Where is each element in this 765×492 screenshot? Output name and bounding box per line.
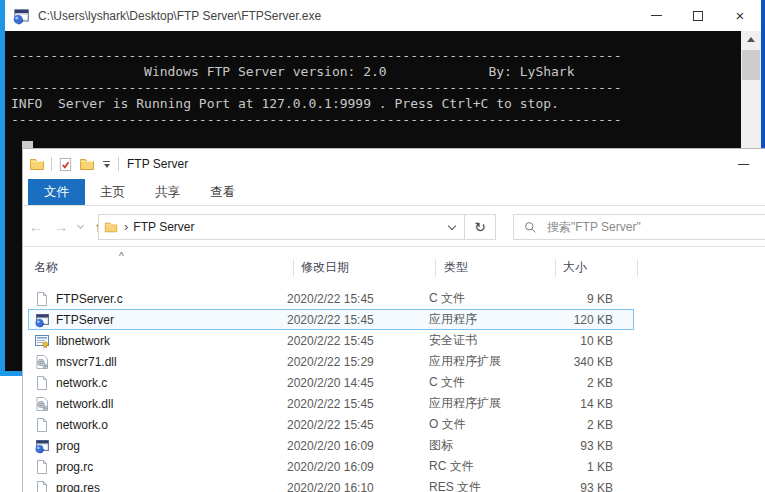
file-list: FTPServer.c 2020/2/22 15:45 C 文件 9 KB FT… <box>23 288 765 492</box>
table-row[interactable]: msvcr71.dll 2020/2/22 15:29 应用程序扩展 340 K… <box>28 351 765 372</box>
properties-check-icon[interactable] <box>58 157 73 172</box>
column-headers: ^ 名称 修改日期 类型 大小 <box>23 255 765 280</box>
screen: C:\Users\lyshark\Desktop\FTP Server\FTPS… <box>0 0 765 492</box>
console-minimize-button[interactable] <box>635 0 677 31</box>
scrollbar-thumb[interactable] <box>742 50 760 80</box>
divider <box>51 157 52 171</box>
file-size: 93 KB <box>549 481 623 492</box>
file-name[interactable]: prog <box>50 439 287 453</box>
file-name[interactable]: prog.rc <box>50 460 287 474</box>
table-row[interactable]: prog 2020/2/20 16:09 图标 93 KB <box>28 435 765 456</box>
tab-view[interactable]: 查看 <box>195 179 250 205</box>
console-banner-line: Windows FTP Server version: 2.0 By: LySh… <box>11 64 735 80</box>
back-button[interactable]: ← <box>23 206 49 247</box>
tab-share[interactable]: 共享 <box>140 179 195 205</box>
recent-locations-icon[interactable] <box>73 206 87 247</box>
search-placeholder: 搜索"FTP Server" <box>547 219 641 236</box>
table-row[interactable]: network.o 2020/2/22 15:45 O 文件 2 KB <box>28 414 765 435</box>
file-size: 2 KB <box>549 376 623 390</box>
file-type: O 文件 <box>429 416 549 433</box>
file-name[interactable]: FTPServer <box>50 313 287 327</box>
console-maximize-button[interactable] <box>677 0 719 31</box>
address-bar: › FTP Server ↻ <box>98 214 496 240</box>
column-header-date-modified[interactable]: 修改日期 <box>294 259 436 277</box>
console-close-button[interactable]: × <box>719 0 761 31</box>
cert-file-icon <box>34 333 50 349</box>
console-separator-line: ----------------------------------------… <box>11 112 735 128</box>
file-name[interactable]: network.dll <box>50 397 287 411</box>
file-date-modified: 2020/2/22 15:45 <box>287 334 429 348</box>
doc-file-icon <box>34 375 50 391</box>
column-header-type[interactable]: 类型 <box>436 259 556 277</box>
file-date-modified: 2020/2/22 15:45 <box>287 397 429 411</box>
dll-file-icon <box>34 396 50 412</box>
console-titlebar[interactable]: C:\Users\lyshark\Desktop\FTP Server\FTPS… <box>5 0 761 31</box>
search-icon <box>524 221 537 234</box>
sort-ascending-icon: ^ <box>119 251 124 262</box>
breadcrumb-chevron-icon: › <box>124 219 128 234</box>
table-row[interactable]: libnetwork 2020/2/22 15:45 安全证书 10 KB <box>28 330 765 351</box>
table-row[interactable]: network.c 2020/2/20 14:45 C 文件 2 KB <box>28 372 765 393</box>
scroll-up-icon[interactable] <box>741 31 761 48</box>
quick-access-toolbar <box>29 156 119 172</box>
file-name[interactable]: network.o <box>50 418 287 432</box>
column-header-size[interactable]: 大小 <box>556 259 638 277</box>
divider <box>118 157 119 171</box>
file-type: RC 文件 <box>429 458 549 475</box>
refresh-button[interactable]: ↻ <box>464 215 495 239</box>
table-row[interactable]: FTPServer 2020/2/22 15:45 应用程序 120 KB <box>28 309 765 330</box>
folder-icon <box>29 156 45 172</box>
file-date-modified: 2020/2/22 15:29 <box>287 355 429 369</box>
explorer-window: FTP Server 文件 主页 共享 查看 ← → ↑ › FTP Serve… <box>22 148 765 492</box>
dll-file-icon <box>34 354 50 370</box>
address-dropdown-icon[interactable] <box>440 215 464 239</box>
console-separator-line: ----------------------------------------… <box>11 80 735 96</box>
console-cursor <box>22 141 33 148</box>
search-input[interactable]: 搜索"FTP Server" <box>513 214 765 240</box>
column-header-name[interactable]: 名称 <box>28 259 294 277</box>
file-size: 120 KB <box>549 313 623 327</box>
file-date-modified: 2020/2/22 15:45 <box>287 313 429 327</box>
file-type: 安全证书 <box>429 332 549 349</box>
minimize-icon <box>738 164 749 165</box>
file-name[interactable]: FTPServer.c <box>50 292 287 306</box>
ribbon-tabs: 文件 主页 共享 查看 <box>23 179 765 206</box>
forward-button[interactable]: → <box>49 206 73 247</box>
doc-file-icon <box>34 417 50 433</box>
file-size: 93 KB <box>549 439 623 453</box>
file-date-modified: 2020/2/22 15:45 <box>287 418 429 432</box>
file-name[interactable]: libnetwork <box>50 334 287 348</box>
ftpserver-app-icon <box>12 7 30 25</box>
new-folder-icon[interactable] <box>79 156 95 172</box>
file-date-modified: 2020/2/20 16:09 <box>287 460 429 474</box>
file-name[interactable]: network.c <box>50 376 287 390</box>
breadcrumb-location[interactable]: FTP Server <box>133 220 194 234</box>
address-breadcrumb[interactable]: › FTP Server <box>99 215 440 239</box>
customize-qat-dropdown-icon[interactable] <box>101 161 112 168</box>
close-icon: × <box>736 8 745 23</box>
table-row[interactable]: prog.res 2020/2/20 16:10 RES 文件 93 KB <box>28 477 765 492</box>
table-row[interactable]: FTPServer.c 2020/2/22 15:45 C 文件 9 KB <box>28 288 765 309</box>
explorer-window-title: FTP Server <box>127 157 188 171</box>
file-size: 2 KB <box>549 418 623 432</box>
table-row[interactable]: network.dll 2020/2/22 15:45 应用程序扩展 14 KB <box>28 393 765 414</box>
explorer-titlebar[interactable]: FTP Server <box>23 149 765 179</box>
file-type: C 文件 <box>429 374 549 391</box>
file-name[interactable]: msvcr71.dll <box>50 355 287 369</box>
file-size: 9 KB <box>549 292 623 306</box>
file-type: 图标 <box>429 437 549 454</box>
file-name[interactable]: prog.res <box>50 481 287 492</box>
tab-file[interactable]: 文件 <box>28 179 85 205</box>
minimize-icon <box>651 15 662 16</box>
explorer-minimize-button[interactable] <box>721 149 765 179</box>
table-row[interactable]: prog.rc 2020/2/20 16:09 RC 文件 1 KB <box>28 456 765 477</box>
tab-home[interactable]: 主页 <box>85 179 140 205</box>
file-size: 340 KB <box>549 355 623 369</box>
folder-icon <box>104 220 118 234</box>
app-file-icon <box>34 438 50 454</box>
file-date-modified: 2020/2/20 14:45 <box>287 376 429 390</box>
file-type: 应用程序扩展 <box>429 395 549 412</box>
file-type: C 文件 <box>429 290 549 307</box>
doc-file-icon <box>34 291 50 307</box>
file-size: 10 KB <box>549 334 623 348</box>
